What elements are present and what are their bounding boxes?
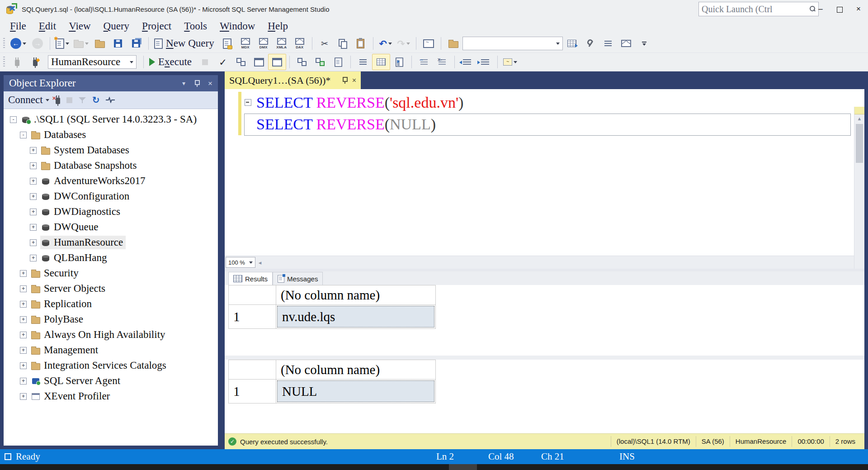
- expand-node-icon[interactable]: +: [20, 285, 27, 292]
- expand-node-icon[interactable]: +: [30, 239, 37, 246]
- parse-button[interactable]: ✓: [214, 54, 232, 70]
- hscroll-left-arrow[interactable]: ◂: [255, 257, 264, 268]
- template-parameters-button[interactable]: ~: [501, 54, 519, 70]
- tree-item-dwqueue[interactable]: +DWQueue: [4, 219, 218, 235]
- expand-node-icon[interactable]: +: [20, 393, 27, 400]
- change-connection-button[interactable]: [26, 54, 44, 70]
- cut-button[interactable]: ✂: [316, 35, 334, 52]
- tree-item-replication[interactable]: +Replication: [4, 296, 218, 312]
- hscroll-track[interactable]: [264, 257, 854, 268]
- window-position-icon[interactable]: ▾: [182, 80, 185, 86]
- uncomment-lines-button[interactable]: [433, 54, 451, 70]
- open-folder-button[interactable]: [91, 35, 109, 52]
- dmx-query-button[interactable]: DMX: [255, 35, 273, 52]
- disconnect-icon[interactable]: ×: [56, 98, 60, 104]
- restore-button[interactable]: [830, 0, 849, 18]
- find-combobox[interactable]: [462, 37, 563, 50]
- tree-item-integration-services-catalogs[interactable]: +Integration Services Catalogs: [4, 358, 218, 373]
- tree-item-database-snapshots[interactable]: +Database Snapshots: [4, 158, 218, 173]
- expand-node-icon[interactable]: +: [20, 301, 27, 308]
- collapse-node-icon[interactable]: -: [10, 116, 17, 123]
- menu-item-edit[interactable]: Edit: [33, 20, 62, 32]
- new-query-button[interactable]: New Query: [152, 35, 218, 52]
- grid-row-number[interactable]: 1: [229, 380, 276, 404]
- quick-replace-button[interactable]: [563, 35, 581, 52]
- menu-item-project[interactable]: Project: [136, 20, 178, 32]
- grid-cell-value[interactable]: NULL: [276, 380, 436, 404]
- tree-item-server-objects[interactable]: +Server Objects: [4, 281, 218, 296]
- open-file-button[interactable]: [71, 35, 91, 52]
- expand-node-icon[interactable]: +: [20, 270, 27, 277]
- tree-item-sql1-sql-server-14-0-3223-3-sa[interactable]: -.\SQL1 (SQL Server 14.0.3223.3 - SA): [4, 112, 218, 127]
- save-all-button[interactable]: [127, 35, 145, 52]
- actual-plan-button[interactable]: [293, 54, 311, 70]
- tree-item-xevent-profiler[interactable]: +XEvent Profiler: [4, 389, 218, 404]
- vscroll-up-arrow[interactable]: ▲: [854, 114, 864, 123]
- copy-button[interactable]: [334, 35, 352, 52]
- results-to-file-button[interactable]: [390, 54, 408, 70]
- object-explorer-titlebar[interactable]: Object Explorer ▾ ×: [4, 75, 218, 91]
- pin-icon[interactable]: [194, 80, 199, 87]
- tree-item-always-on-high-availability[interactable]: +Always On High Availability: [4, 327, 218, 342]
- tree-item-security[interactable]: +Security: [4, 266, 218, 281]
- expand-node-icon[interactable]: +: [30, 193, 37, 200]
- query-options-button[interactable]: [250, 54, 268, 70]
- menu-item-tools[interactable]: Tools: [178, 20, 213, 32]
- execute-button[interactable]: Execute: [147, 54, 196, 70]
- menu-item-help[interactable]: Help: [261, 20, 294, 32]
- options-button[interactable]: [581, 35, 599, 52]
- collapse-node-icon[interactable]: -: [20, 132, 27, 138]
- grid-corner-cell[interactable]: [229, 285, 276, 305]
- expand-node-icon[interactable]: +: [20, 316, 27, 323]
- decrease-indent-button[interactable]: [458, 54, 476, 70]
- increase-indent-button[interactable]: [476, 54, 494, 70]
- menu-item-window[interactable]: Window: [213, 20, 261, 32]
- tree-item-dwdiagnostics[interactable]: +DWDiagnostics: [4, 204, 218, 219]
- vscroll-thumb[interactable]: [856, 124, 863, 163]
- expand-node-icon[interactable]: +: [30, 224, 37, 231]
- add-new-item-button[interactable]: [53, 35, 71, 52]
- expand-node-icon[interactable]: +: [30, 147, 37, 154]
- available-databases-combobox[interactable]: HumanResource: [48, 55, 137, 69]
- tab-close-icon[interactable]: ×: [352, 77, 356, 84]
- grid-row-number[interactable]: 1: [229, 305, 276, 329]
- code-line-2[interactable]: SELECT REVERSE(NULL): [256, 114, 436, 135]
- cancel-query-button[interactable]: [196, 54, 214, 70]
- comment-lines-button[interactable]: [415, 54, 433, 70]
- quick-launch-input[interactable]: Quick Launch (Ctrl: [698, 2, 819, 16]
- menu-item-view[interactable]: View: [62, 20, 97, 32]
- filter-icon[interactable]: [79, 96, 86, 104]
- close-button[interactable]: ×: [849, 0, 868, 18]
- grid-corner-cell[interactable]: [229, 360, 276, 380]
- grid-column-header[interactable]: (No column name): [276, 360, 436, 380]
- editor-zoom-combobox[interactable]: 100 %: [226, 257, 255, 268]
- menu-item-query[interactable]: Query: [97, 20, 136, 32]
- expand-node-icon[interactable]: +: [30, 255, 37, 261]
- estimated-plan-button[interactable]: [232, 54, 250, 70]
- expand-node-icon[interactable]: +: [20, 332, 27, 338]
- tree-item-dwconfiguration[interactable]: +DWConfiguration: [4, 189, 218, 204]
- database-engine-query-button[interactable]: [218, 35, 236, 52]
- toolbar-grip[interactable]: [3, 57, 5, 67]
- browse-folder-button[interactable]: [444, 35, 462, 52]
- tree-item-qlbanhang[interactable]: +QLBanHang: [4, 250, 218, 266]
- tree-item-humanresource[interactable]: +HumanResource: [4, 235, 218, 250]
- redo-button[interactable]: ↷: [395, 35, 413, 52]
- tab-messages[interactable]: Messages: [273, 272, 323, 285]
- save-button[interactable]: [109, 35, 127, 52]
- document-tab[interactable]: SQLQuery1…(SA (56))* ×: [225, 71, 361, 89]
- splitter-handle[interactable]: [854, 107, 864, 114]
- menu-item-file[interactable]: File: [4, 20, 33, 32]
- undo-button[interactable]: ↶: [377, 35, 395, 52]
- xmla-query-button[interactable]: XMLA: [273, 35, 291, 52]
- list-view-button[interactable]: [599, 35, 617, 52]
- intellisense-toggle-button[interactable]: [268, 54, 286, 70]
- expand-node-icon[interactable]: +: [20, 378, 27, 385]
- minimize-button[interactable]: –: [811, 0, 830, 18]
- results-to-grid-button[interactable]: [372, 54, 390, 70]
- code-line-1[interactable]: SELECT REVERSE('sql.edu.vn'): [256, 92, 463, 113]
- tab-results[interactable]: Results: [228, 272, 273, 285]
- tree-item-databases[interactable]: -Databases: [4, 127, 218, 142]
- mail-button[interactable]: [617, 35, 635, 52]
- taskbar-button[interactable]: [449, 464, 477, 470]
